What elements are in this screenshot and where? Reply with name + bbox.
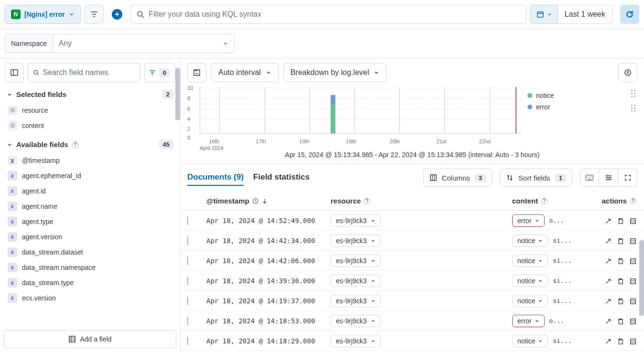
resource-chip[interactable]: es-9rj9ck3 — [331, 214, 381, 227]
view-row-icon[interactable] — [630, 297, 636, 304]
help-icon[interactable]: ? — [364, 198, 370, 204]
row-checkbox[interactable] — [187, 277, 188, 285]
row-checkbox[interactable] — [187, 256, 188, 265]
expand-row-icon[interactable] — [605, 236, 612, 244]
field-item[interactable]: k agent.version — [4, 229, 176, 245]
breakdown-select[interactable]: Breakdown by log.level — [283, 63, 387, 82]
resource-chip[interactable]: es-9rj9ck3 — [331, 235, 381, 247]
row-checkbox[interactable] — [187, 337, 188, 345]
field-search-box[interactable] — [28, 63, 140, 82]
field-item[interactable]: k agent.type — [4, 214, 176, 229]
level-chip[interactable]: notice — [512, 295, 548, 307]
field-item[interactable]: k data_stream.type — [4, 275, 176, 290]
view-row-icon[interactable] — [630, 256, 636, 264]
column-header-timestamp[interactable]: @timestamp — [206, 197, 331, 205]
copy-row-icon[interactable] — [617, 337, 624, 344]
level-chip[interactable]: error — [512, 315, 545, 327]
field-item[interactable]: k ecs.version — [4, 290, 176, 306]
row-checkbox[interactable] — [187, 317, 188, 325]
field-filter-button[interactable]: 0 — [144, 63, 175, 82]
save-search-button[interactable] — [187, 63, 206, 82]
row-checkbox[interactable] — [187, 297, 188, 305]
expand-row-icon[interactable] — [605, 216, 612, 224]
field-item[interactable]: ⧗ @timestamp — [4, 153, 176, 168]
view-row-icon[interactable] — [630, 277, 636, 284]
refresh-button[interactable] — [620, 5, 639, 24]
add-field-button[interactable]: Add a field — [4, 330, 176, 348]
view-row-icon[interactable] — [630, 317, 636, 324]
copy-row-icon[interactable] — [617, 256, 624, 264]
date-range-button[interactable]: Last 1 week — [558, 5, 612, 24]
expand-row-icon[interactable] — [605, 317, 612, 324]
resource-chip[interactable]: es-9rj9ck3 — [331, 315, 381, 327]
chevron-down-icon — [371, 258, 376, 263]
field-item[interactable]: k agent.id — [4, 183, 176, 199]
chevron-down-icon — [374, 70, 379, 75]
field-type-icon: ⦿ — [8, 121, 17, 130]
toggle-sidebar-button[interactable] — [5, 63, 24, 82]
inspect-button[interactable] — [618, 63, 637, 82]
legend-item-error[interactable]: error — [527, 101, 623, 113]
field-item[interactable]: k agent.ephemeral_id — [4, 168, 176, 183]
namespace-select[interactable]: Any — [53, 34, 235, 53]
view-row-icon[interactable] — [630, 216, 636, 224]
fullscreen-button[interactable] — [618, 169, 637, 187]
sort-button[interactable]: Sort fields 1 — [500, 169, 572, 187]
view-row-icon[interactable] — [630, 337, 636, 344]
legend-drag-handle[interactable] — [631, 90, 635, 97]
help-icon[interactable]: ? — [72, 141, 79, 148]
tab-field-statistics[interactable]: Field statistics — [253, 170, 310, 186]
expand-row-icon[interactable] — [605, 297, 612, 304]
help-icon[interactable]: ? — [630, 198, 636, 204]
resource-chip[interactable]: es-9rj9ck3 — [331, 255, 381, 267]
level-chip[interactable]: notice — [512, 255, 548, 267]
help-icon[interactable]: ? — [541, 198, 547, 204]
resource-chip[interactable]: es-9rj9ck3 — [331, 275, 381, 287]
column-header-content[interactable]: content ? — [512, 197, 584, 205]
column-header-resource[interactable]: resource ? — [331, 197, 512, 205]
row-checkbox[interactable] — [187, 216, 188, 225]
field-item[interactable]: k agent.name — [4, 199, 176, 214]
expand-row-icon[interactable] — [605, 256, 612, 264]
kql-search-box[interactable] — [130, 5, 526, 24]
field-item[interactable]: ⦿ resource — [4, 103, 176, 118]
field-item[interactable]: ⦿ content — [4, 118, 176, 133]
field-item[interactable]: k data_stream.namespace — [4, 260, 176, 275]
kql-input[interactable] — [149, 10, 520, 19]
level-chip[interactable]: error — [512, 214, 545, 227]
expand-row-icon[interactable] — [605, 337, 612, 344]
keyboard-shortcuts-button[interactable] — [580, 169, 599, 187]
chart-bar[interactable] — [331, 95, 335, 133]
chevron-down-icon — [538, 278, 543, 283]
view-row-icon[interactable] — [630, 236, 636, 244]
add-filter-button[interactable]: + — [107, 5, 127, 24]
legend-item-notice[interactable]: notice — [527, 90, 623, 101]
copy-row-icon[interactable] — [617, 236, 624, 244]
resource-chip[interactable]: es-9rj9ck3 — [331, 295, 381, 307]
dataview-select[interactable]: N [Nginx] error — [5, 5, 81, 24]
field-search-input[interactable] — [43, 68, 135, 77]
copy-row-icon[interactable] — [617, 317, 624, 324]
copy-row-icon[interactable] — [617, 216, 624, 224]
histogram-chart[interactable]: 10 8 6 4 2 0 — [187, 87, 522, 144]
columns-button[interactable]: Columns 3 — [423, 169, 492, 187]
level-chip[interactable]: notice — [512, 335, 548, 347]
available-fields-toggle[interactable]: Available fields ? 45 — [0, 135, 180, 151]
resource-chip[interactable]: es-9rj9ck3 — [331, 335, 381, 347]
copy-row-icon[interactable] — [617, 277, 624, 284]
date-quick-select[interactable] — [530, 5, 558, 24]
selected-fields-toggle[interactable]: Selected fields 2 — [0, 85, 180, 101]
legend-drag-handle[interactable] — [631, 105, 635, 112]
tab-documents[interactable]: Documents (9) — [187, 170, 244, 186]
filter-toggle-button[interactable] — [85, 5, 104, 24]
expand-row-icon[interactable] — [605, 277, 612, 284]
row-checkbox[interactable] — [187, 236, 188, 245]
sidebar-scrollbar[interactable] — [175, 68, 180, 120]
interval-select[interactable]: Auto interval — [211, 63, 279, 82]
copy-row-icon[interactable] — [617, 297, 624, 304]
field-item[interactable]: k data_stream.dataset — [4, 245, 176, 260]
level-chip[interactable]: notice — [512, 275, 548, 287]
level-chip[interactable]: notice — [512, 235, 548, 247]
content-scrollbar[interactable] — [639, 240, 644, 316]
display-options-button[interactable] — [599, 169, 618, 187]
